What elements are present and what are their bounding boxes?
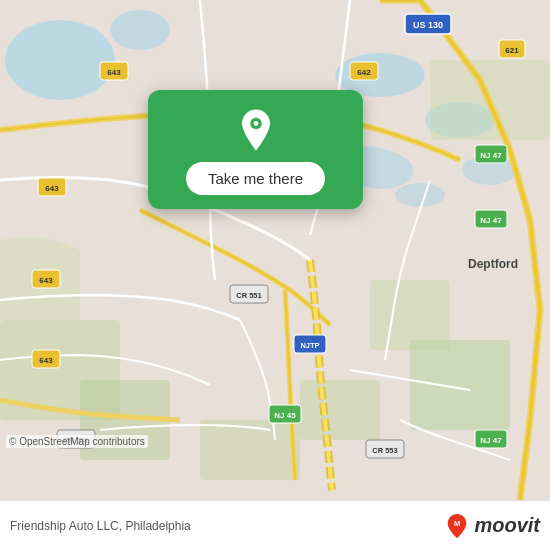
svg-text:NJ 47: NJ 47	[480, 216, 502, 225]
svg-point-2	[110, 10, 170, 50]
place-info: Friendship Auto LLC, Philadelphia	[10, 519, 191, 533]
map-container: US 130 621 643 643 643 643 NJ 44 642 NJ …	[0, 0, 550, 500]
svg-point-1	[5, 20, 115, 100]
popup-card: Take me there	[148, 90, 363, 209]
svg-text:CR 551: CR 551	[236, 291, 261, 300]
map-svg: US 130 621 643 643 643 643 NJ 44 642 NJ …	[0, 0, 550, 500]
svg-text:US 130: US 130	[413, 20, 443, 30]
svg-point-48	[253, 121, 258, 126]
svg-rect-11	[300, 380, 380, 440]
svg-text:Deptford: Deptford	[468, 257, 518, 271]
svg-text:M: M	[454, 519, 460, 528]
svg-text:NJ 47: NJ 47	[480, 436, 502, 445]
svg-text:643: 643	[107, 68, 121, 77]
moovit-brand-text: moovit	[474, 514, 540, 537]
svg-text:643: 643	[39, 356, 53, 365]
svg-text:642: 642	[357, 68, 371, 77]
take-me-there-button[interactable]: Take me there	[186, 162, 325, 195]
svg-text:643: 643	[45, 184, 59, 193]
svg-rect-12	[200, 420, 300, 480]
svg-text:643: 643	[39, 276, 53, 285]
moovit-pin-icon: M	[446, 513, 468, 539]
moovit-logo: M moovit	[446, 513, 540, 539]
svg-text:NJ 45: NJ 45	[274, 411, 296, 420]
svg-text:CR 553: CR 553	[372, 446, 397, 455]
svg-text:621: 621	[505, 46, 519, 55]
svg-rect-10	[410, 340, 510, 430]
svg-text:NJTP: NJTP	[300, 341, 319, 350]
osm-credit: © OpenStreetMap contributors	[6, 435, 148, 448]
location-pin-icon	[234, 108, 278, 152]
bottom-bar: Friendship Auto LLC, Philadelphia M moov…	[0, 500, 550, 550]
svg-point-6	[395, 183, 445, 207]
svg-rect-9	[370, 280, 450, 350]
svg-text:NJ 47: NJ 47	[480, 151, 502, 160]
